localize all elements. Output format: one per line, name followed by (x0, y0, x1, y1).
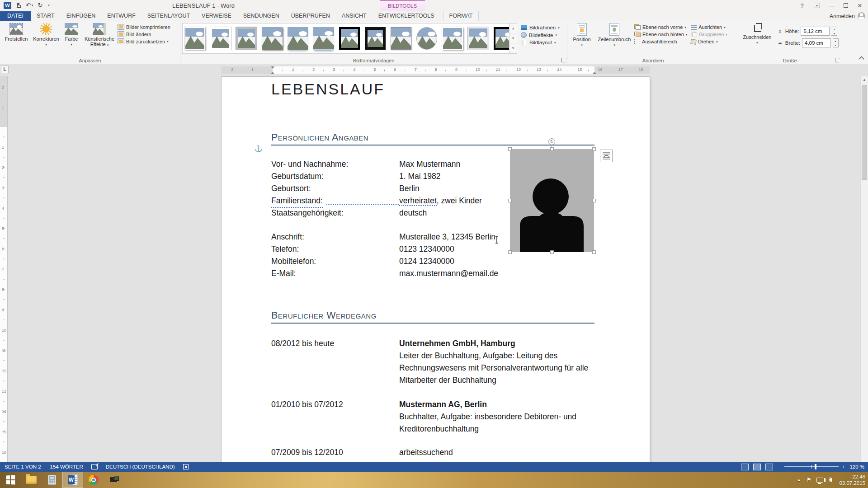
group-button[interactable]: Gruppieren▾ (691, 32, 727, 37)
restore-button[interactable] (844, 3, 848, 8)
picture-style-thumb[interactable] (210, 27, 231, 50)
tab-entwicklertools[interactable]: ENTWICKLERTOOLS (373, 11, 440, 21)
gallery-scroll-up-icon[interactable]: ▲ (509, 23, 517, 33)
picture-style-thumb[interactable] (339, 27, 360, 50)
height-input[interactable]: 5,12 cm (801, 27, 830, 36)
picture-style-thumb[interactable] (288, 27, 308, 50)
macro-record-icon[interactable] (183, 464, 189, 469)
tab-start[interactable]: START (31, 11, 61, 21)
rotate-button[interactable]: Drehen▾ (691, 39, 727, 44)
picture-style-thumb[interactable] (442, 27, 463, 50)
reset-picture-button[interactable]: Bild zurücksetzen▾ (118, 38, 170, 44)
resize-handle[interactable] (592, 147, 596, 151)
hidden-icons-chevron[interactable]: ▲ (797, 478, 801, 482)
start-button[interactable] (0, 472, 21, 488)
help-button[interactable]: ? (798, 2, 806, 9)
tab-verweise[interactable]: VERWEISE (196, 11, 237, 21)
picture-style-thumb[interactable] (416, 27, 437, 50)
right-indent-marker[interactable] (593, 72, 596, 74)
speaker-icon[interactable] (829, 478, 832, 482)
close-button[interactable]: ✕ (856, 2, 863, 9)
zoom-slider-thumb[interactable] (815, 464, 816, 469)
proofing-errors-icon[interactable] (91, 464, 98, 469)
calculator-button[interactable] (42, 472, 62, 488)
zoom-slider[interactable]: − + (778, 464, 845, 469)
chrome-button[interactable] (83, 472, 104, 488)
tab-format-active[interactable]: FORMAT (443, 11, 479, 21)
word-count[interactable]: 154 WÖRTER (46, 464, 88, 469)
compress-pictures-button[interactable]: Bilder komprimieren (118, 24, 170, 30)
height-spinner[interactable]: ▲▼ (831, 27, 837, 36)
minimize-button[interactable]: — (828, 2, 835, 9)
hanging-indent-marker[interactable] (271, 72, 274, 74)
network-icon[interactable] (816, 478, 823, 483)
vertical-ruler[interactable]: 2112345678910111213141516 (0, 76, 8, 462)
bildlayout-button[interactable]: Bildlayout▾ (521, 40, 560, 45)
customize-qat-button[interactable]: ▾ (47, 2, 50, 9)
selected-image[interactable]: ↻ (510, 149, 594, 252)
zeilenumbruch-button[interactable]: Zeilenumbruch▾ (594, 22, 634, 56)
scrollbar-thumb[interactable] (862, 85, 867, 180)
zoom-level[interactable]: 120 % (849, 464, 864, 469)
tab-sendungen[interactable]: SENDUNGEN (237, 11, 285, 21)
bildeffekte-button[interactable]: Bildeffekte▾ (521, 32, 560, 38)
sign-in[interactable]: Anmelden (830, 12, 865, 20)
tab-einfuegen[interactable]: EINFÜGEN (61, 11, 102, 21)
bring-forward-button[interactable]: Ebene nach vorne▾ (634, 24, 687, 30)
picture-style-thumb[interactable] (236, 27, 257, 50)
zoom-in-icon[interactable]: + (842, 464, 845, 469)
word-app-icon[interactable]: W (4, 2, 11, 9)
resize-handle[interactable] (550, 250, 554, 254)
picture-style-thumb[interactable] (365, 27, 386, 50)
farbe-button[interactable]: Farbe▾ (61, 22, 81, 56)
document-page[interactable]: LEBENSLAUF Persönlichen Angaben ⚓ Vor- u… (222, 77, 650, 462)
horizontal-ruler[interactable]: 21123456789101112131415161718 (222, 66, 650, 74)
resize-handle[interactable] (508, 199, 512, 202)
layout-options-button[interactable] (600, 150, 613, 162)
redo-button[interactable]: ↻ (38, 2, 42, 9)
language-indicator[interactable]: DEUTSCH (DEUTSCHLAND) (101, 464, 179, 469)
file-explorer-button[interactable] (21, 472, 42, 488)
align-button[interactable]: Ausrichten▾ (691, 24, 727, 30)
web-layout-icon[interactable] (765, 464, 773, 470)
resize-handle[interactable] (508, 250, 512, 254)
picture-style-thumb[interactable] (468, 27, 489, 50)
zoom-out-icon[interactable]: − (778, 464, 781, 469)
picture-style-thumb[interactable] (494, 27, 509, 50)
send-backward-button[interactable]: Ebene nach hinten▾ (634, 32, 687, 37)
first-line-indent-marker[interactable] (271, 66, 274, 69)
change-picture-button[interactable]: Bild ändern (118, 31, 170, 37)
print-layout-icon[interactable] (753, 464, 761, 470)
position-button[interactable]: Position▾ (569, 22, 594, 56)
tab-datei[interactable]: DATEI (0, 11, 31, 21)
resize-handle[interactable] (550, 147, 554, 151)
picture-style-thumb[interactable] (391, 27, 411, 50)
collapse-ribbon-icon[interactable] (859, 56, 864, 62)
picture-style-thumb[interactable] (184, 27, 205, 50)
tab-ansicht[interactable]: ANSICHT (336, 11, 373, 21)
word-taskbar-button[interactable]: W (62, 472, 83, 488)
read-mode-icon[interactable] (741, 464, 749, 470)
picture-style-thumb[interactable] (262, 27, 283, 50)
save-button[interactable] (16, 3, 21, 8)
bildrahmen-button[interactable]: Bildrahmen▾ (521, 25, 560, 30)
resize-handle[interactable] (592, 199, 596, 202)
korrekturen-button[interactable]: Korrekturen▾ (31, 22, 61, 56)
gallery-more-icon[interactable]: ▼ (509, 43, 517, 53)
taskbar-clock[interactable]: 22:46 03.07.2015 (839, 474, 865, 486)
undo-dropdown-icon[interactable]: ▾ (32, 2, 33, 9)
rotate-handle-icon[interactable]: ↻ (548, 138, 555, 145)
camera-tool-button[interactable] (104, 472, 125, 488)
ribbon-display-options-button[interactable]: ▲ (814, 3, 820, 8)
width-input[interactable]: 4,09 cm (802, 38, 831, 47)
freistellen-button[interactable]: Freistellen (2, 22, 31, 56)
selection-pane-button[interactable]: Auswahlbereich (634, 39, 687, 44)
resize-handle[interactable] (592, 250, 596, 254)
kuenstlerische-effekte-button[interactable]: Künstlerische Effekte ▾ (81, 22, 118, 56)
gallery-scroll-down-icon[interactable]: ▼ (509, 33, 517, 43)
tab-ueberpruefen[interactable]: ÜBERPRÜFEN (285, 11, 336, 21)
action-center-flag-icon[interactable]: ⚑ (807, 477, 811, 483)
vertical-scrollbar[interactable]: ▲ (860, 76, 868, 462)
zuschneiden-button[interactable]: Zuschneiden▾ (741, 22, 774, 56)
scroll-up-icon[interactable]: ▲ (861, 76, 868, 84)
